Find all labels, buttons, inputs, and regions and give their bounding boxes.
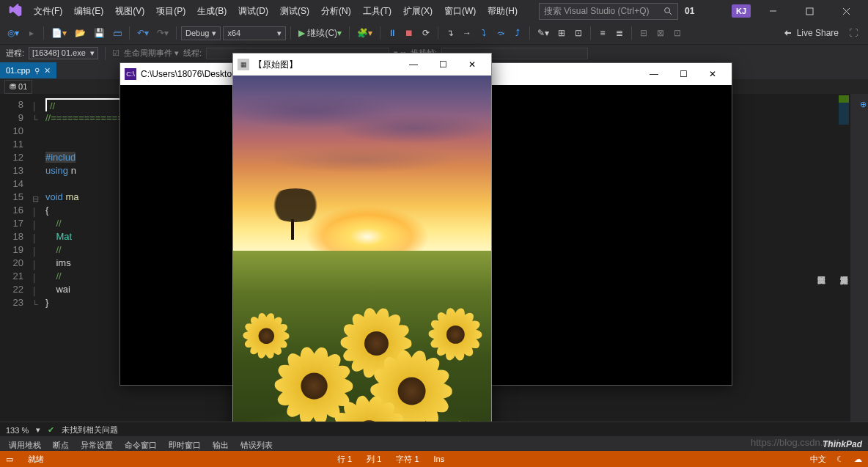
image-content — [233, 76, 491, 464]
save-button[interactable]: 💾 — [91, 25, 108, 41]
solution-explorer-tab[interactable]: 解决方案资源管理器 — [837, 100, 851, 440]
status-line: 行 1 — [337, 454, 352, 465]
cloud-icon[interactable]: ☁ — [854, 455, 862, 464]
image-window-icon: ▦ — [238, 59, 249, 70]
nav-fwd-button[interactable]: ▸ — [24, 25, 39, 41]
image-minimize-button[interactable]: ― — [399, 54, 428, 75]
tb-misc-8[interactable]: ⊡ — [670, 25, 685, 41]
image-maximize-button[interactable]: ☐ — [428, 54, 457, 75]
restart-button[interactable]: ⟳ — [419, 25, 433, 41]
platform-dropdown[interactable]: x64 ▾ — [223, 26, 286, 40]
user-badge[interactable]: KJ — [732, 4, 751, 18]
open-button[interactable]: 📂 — [72, 25, 89, 41]
menu-analyze[interactable]: 分析(N) — [316, 2, 356, 21]
process-dropdown[interactable]: [16348] 01.exe ▾ — [29, 47, 98, 59]
lifecycle-label[interactable]: 生命周期事件 ▾ — [124, 48, 179, 59]
status-ready: 就绪 — [28, 454, 44, 465]
step-out-icon[interactable]: ⤴ — [510, 25, 525, 41]
status-char: 字符 1 — [396, 454, 419, 465]
undo-button[interactable]: ↶▾ — [134, 25, 152, 41]
editor-status-row: 133 %▾ ✔ 未找到相关问题 — [0, 422, 868, 438]
issues-text[interactable]: 未找到相关问题 — [62, 424, 118, 435]
toolbar-icon[interactable]: 🧩▾ — [354, 25, 375, 41]
status-ins: Ins — [434, 455, 445, 463]
scope-selector[interactable]: ⛃ 01 — [4, 80, 32, 94]
window-minimize-button[interactable] — [758, 1, 787, 21]
status-ready-icon: ▭ — [6, 455, 13, 464]
menu-edit[interactable]: 编辑(E) — [69, 2, 108, 21]
menu-debug[interactable]: 调试(D) — [233, 2, 273, 21]
status-col: 列 1 — [367, 454, 381, 465]
menu-build[interactable]: 生成(B) — [192, 2, 232, 21]
step-in-icon[interactable]: ⤵ — [477, 25, 491, 41]
live-share-button[interactable]: Live Share ⛶ — [776, 26, 864, 40]
image-window[interactable]: ▦ 【原始图】 ― ☐ ✕ — [232, 53, 492, 465]
right-tool-panel: ⊕ 解决方案资源管理器 团队资源管理器 — [850, 94, 868, 446]
visual-studio-icon — [8, 4, 23, 18]
menu-file[interactable]: 文件(F) — [29, 2, 67, 21]
search-icon — [663, 6, 673, 16]
live-share-icon — [782, 28, 792, 38]
menu-view[interactable]: 视图(V) — [110, 2, 150, 21]
svg-line-1 — [669, 12, 672, 15]
new-project-button[interactable]: 📄▾ — [48, 25, 70, 41]
file-tab-01cpp[interactable]: 01.cpp ⚲ ✕ — [0, 62, 56, 78]
console-title-text: C:\Users\18076\Desktop\ — [141, 69, 239, 79]
moon-icon[interactable]: ☾ — [836, 455, 844, 464]
stop-button[interactable]: ⏹ — [402, 25, 416, 41]
window-maximize-button[interactable] — [795, 1, 824, 21]
image-title-text: 【原始图】 — [254, 59, 298, 71]
console-minimize-button[interactable]: ― — [639, 64, 669, 84]
team-explorer-tab[interactable]: 团队资源管理器 — [814, 100, 828, 440]
menu-window[interactable]: 窗口(W) — [439, 2, 481, 21]
tb-misc-5[interactable]: ≣ — [612, 25, 627, 41]
continue-button[interactable]: ▶ 继续(C) ▾ — [295, 25, 345, 41]
check-icon: ✔ — [48, 425, 54, 435]
config-dropdown[interactable]: Debug ▾ — [181, 26, 221, 40]
pause-button[interactable]: ⏸ — [385, 25, 400, 41]
fold-column[interactable]: │└⊟│││││││└ — [32, 100, 39, 311]
tb-misc-1[interactable]: ✎▾ — [534, 25, 552, 41]
console-maximize-button[interactable]: ☐ — [669, 64, 698, 84]
nav-back-button[interactable]: ◎▾ — [4, 25, 22, 41]
solution-name: 01 — [680, 3, 699, 19]
step-over-icon[interactable]: ⤼ — [493, 25, 508, 41]
tb-misc-3[interactable]: ⊡ — [571, 25, 586, 41]
search-input[interactable]: 搜索 Visual Studio (Ctrl+Q) — [539, 3, 678, 20]
tb-misc-2[interactable]: ⊞ — [554, 25, 569, 41]
thread-label: 线程: — [183, 48, 202, 59]
zoom-level[interactable]: 133 % — [6, 426, 29, 435]
close-tab-icon[interactable]: ✕ — [44, 66, 51, 76]
menu-help[interactable]: 帮助(H) — [482, 2, 523, 21]
menu-tools[interactable]: 工具(T) — [358, 2, 397, 21]
status-bar: ▭ 就绪 行 1 列 1 字符 1 Ins 中文 ☾ ☁ — [0, 451, 868, 467]
menu-project[interactable]: 项目(P) — [151, 2, 191, 21]
tb-misc-4[interactable]: ≡ — [595, 25, 610, 41]
toolbar: ◎▾ ▸ 📄▾ 📂 💾 🗃 ↶▾ ↷▾ Debug ▾ x64 ▾ ▶ 继续(C… — [0, 22, 868, 44]
image-close-button[interactable]: ✕ — [457, 54, 487, 75]
pin-icon[interactable]: ⚲ — [34, 67, 40, 75]
save-all-button[interactable]: 🗃 — [110, 25, 125, 41]
svg-rect-3 — [806, 8, 813, 15]
line-gutter: 891011 12131415 16171819 20212223 — [0, 94, 29, 446]
step-into-button[interactable]: ↴ — [443, 25, 457, 41]
process-label: 进程: — [6, 48, 24, 59]
console-icon: C:\ — [125, 68, 136, 80]
window-close-button[interactable] — [831, 1, 861, 21]
console-close-button[interactable]: ✕ — [698, 64, 727, 84]
status-lang[interactable]: 中文 — [810, 454, 826, 465]
brand-text: ThinkPad — [823, 439, 862, 449]
show-next-button[interactable]: → — [460, 25, 474, 41]
tb-misc-6[interactable]: ⊟ — [636, 25, 651, 41]
image-titlebar[interactable]: ▦ 【原始图】 ― ☐ ✕ — [233, 54, 491, 76]
menu-bar: 文件(F) 编辑(E) 视图(V) 项目(P) 生成(B) 调试(D) 测试(S… — [0, 0, 868, 22]
menu-extensions[interactable]: 扩展(X) — [398, 2, 438, 21]
tb-misc-7[interactable]: ⊠ — [653, 25, 668, 41]
redo-button[interactable]: ↷▾ — [154, 25, 172, 41]
search-placeholder: 搜索 Visual Studio (Ctrl+Q) — [544, 5, 650, 18]
svg-point-0 — [665, 8, 670, 13]
menu-test[interactable]: 测试(S) — [275, 2, 315, 21]
